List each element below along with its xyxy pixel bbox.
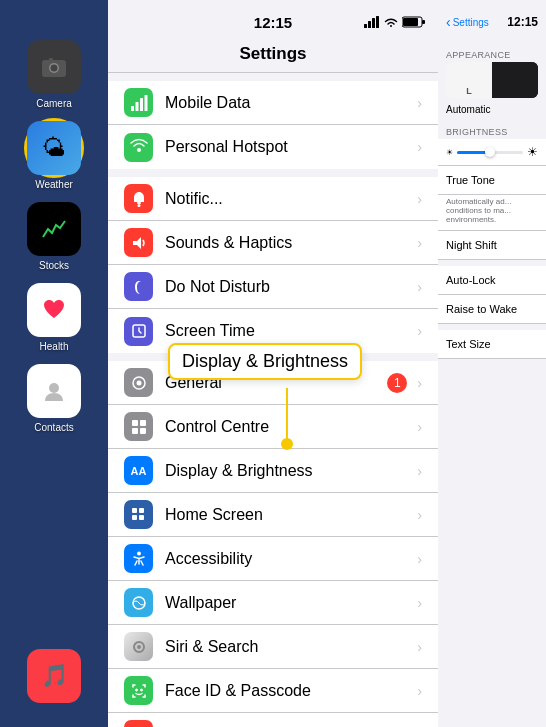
- contacts-app[interactable]: Contacts: [27, 364, 81, 445]
- notifications-icon: [124, 184, 153, 213]
- svg-point-36: [140, 689, 142, 691]
- wallpaper-item[interactable]: Wallpaper ›: [108, 581, 438, 625]
- light-mode-preview: L: [446, 62, 492, 98]
- mobile-data-icon: [124, 88, 153, 117]
- signal-icon: [364, 16, 380, 28]
- home-screen-chevron: ›: [417, 507, 422, 523]
- home-screen-item[interactable]: Home Screen ›: [108, 493, 438, 537]
- night-shift-row[interactable]: Night Shift: [438, 231, 546, 260]
- svg-rect-25: [132, 428, 138, 434]
- true-tone-row[interactable]: True Tone: [438, 166, 546, 195]
- display-panel: ‹ Settings 12:15 APPEARANCE L Automatic …: [438, 0, 546, 727]
- faceid-item[interactable]: Face ID & Passcode ›: [108, 669, 438, 713]
- svg-rect-28: [139, 508, 144, 513]
- svg-point-22: [136, 380, 141, 385]
- svg-rect-15: [144, 95, 147, 111]
- settings-title: Settings: [124, 44, 422, 64]
- svg-rect-23: [132, 420, 138, 426]
- contacts-label: Contacts: [34, 422, 73, 433]
- sounds-label: Sounds & Haptics: [165, 234, 413, 252]
- display-brightness-item[interactable]: AA Display & Brightness ›: [108, 449, 438, 493]
- faceid-icon: [124, 676, 153, 705]
- svg-rect-3: [49, 58, 53, 61]
- mobile-data-label: Mobile Data: [165, 94, 413, 112]
- health-app[interactable]: Health: [27, 283, 81, 364]
- general-chevron: ›: [417, 375, 422, 391]
- notifications-chevron: ›: [417, 191, 422, 207]
- svg-rect-6: [368, 21, 371, 28]
- weather-label: Weather: [35, 179, 73, 190]
- svg-point-2: [51, 65, 58, 72]
- svg-point-18: [137, 204, 140, 207]
- wallpaper-chevron: ›: [417, 595, 422, 611]
- svg-point-16: [137, 148, 141, 152]
- camera-app[interactable]: Camera: [27, 40, 81, 121]
- screen-time-label: Screen Time: [165, 322, 413, 340]
- faceid-label: Face ID & Passcode: [165, 682, 413, 700]
- screen-time-chevron: ›: [417, 323, 422, 339]
- weather-app[interactable]: 🌤 Weather: [27, 121, 81, 202]
- back-button[interactable]: ‹ Settings: [446, 14, 489, 30]
- dark-mode-preview: [492, 62, 538, 98]
- status-icons: [364, 16, 426, 28]
- settings-list[interactable]: Mobile Data › Personal Hotspot ›: [108, 73, 438, 727]
- wallpaper-label: Wallpaper: [165, 594, 413, 612]
- dnd-icon: [124, 272, 153, 301]
- siri-search-item[interactable]: Siri & Search ›: [108, 625, 438, 669]
- faceid-chevron: ›: [417, 683, 422, 699]
- sounds-haptics-item[interactable]: Sounds & Haptics ›: [108, 221, 438, 265]
- personal-hotspot-item[interactable]: Personal Hotspot ›: [108, 125, 438, 169]
- music-app[interactable]: 🎵: [27, 649, 81, 707]
- sounds-chevron: ›: [417, 235, 422, 251]
- display-content: APPEARANCE L Automatic BRIGHTNESS ☀ ☀ Tr…: [438, 44, 546, 727]
- svg-rect-26: [140, 428, 146, 434]
- camera-label: Camera: [36, 98, 72, 109]
- raise-to-wake-row[interactable]: Raise to Wake: [438, 295, 546, 324]
- svg-rect-27: [132, 508, 137, 513]
- appearance-header: APPEARANCE: [438, 44, 546, 62]
- svg-rect-7: [372, 18, 375, 28]
- appearance-preview: L: [446, 62, 538, 98]
- svg-point-34: [137, 645, 141, 649]
- settings-time: 12:15: [254, 14, 292, 31]
- true-tone-sublabel: Automatically ad... conditions to ma... …: [438, 195, 546, 231]
- settings-group-3: Display & Brightness General 1 ›: [108, 353, 438, 727]
- notifications-label: Notific...: [165, 190, 413, 208]
- mobile-data-item[interactable]: Mobile Data ›: [108, 81, 438, 125]
- display-brightness-chevron: ›: [417, 463, 422, 479]
- control-centre-icon: [124, 412, 153, 441]
- stocks-app[interactable]: Stocks: [27, 202, 81, 283]
- auto-lock-row[interactable]: Auto-Lock: [438, 266, 546, 295]
- display-time: 12:15: [507, 15, 538, 29]
- stocks-label: Stocks: [39, 260, 69, 271]
- settings-group-1: Mobile Data › Personal Hotspot ›: [108, 73, 438, 169]
- brightness-low-icon: ☀: [446, 148, 453, 157]
- settings-panel: 12:15 Settings: [108, 0, 438, 727]
- battery-icon: [402, 16, 426, 28]
- brightness-row[interactable]: ☀ ☀: [438, 139, 546, 166]
- control-centre-item[interactable]: Control Centre ›: [108, 405, 438, 449]
- notifications-item[interactable]: Notific... ›: [108, 177, 438, 221]
- wallpaper-icon: [124, 588, 153, 617]
- mobile-data-chevron: ›: [417, 95, 422, 111]
- emergency-sos-item[interactable]: SOS Emergency SOS ›: [108, 713, 438, 727]
- do-not-disturb-item[interactable]: Do Not Disturb ›: [108, 265, 438, 309]
- svg-rect-13: [135, 102, 138, 111]
- text-size-row[interactable]: Text Size: [438, 330, 546, 359]
- svg-rect-12: [131, 106, 134, 111]
- display-brightness-label: Display & Brightness: [165, 462, 413, 480]
- siri-icon: [124, 632, 153, 661]
- brightness-header: BRIGHTNESS: [438, 121, 546, 139]
- dnd-chevron: ›: [417, 279, 422, 295]
- settings-group-2: Notific... › Sounds & Haptics ›: [108, 169, 438, 353]
- accessibility-icon: [124, 544, 153, 573]
- wifi-icon: [384, 16, 398, 28]
- general-badge: 1: [387, 373, 407, 393]
- settings-nav-bar: Settings: [108, 44, 438, 73]
- svg-marker-19: [133, 237, 141, 249]
- hotspot-label: Personal Hotspot: [165, 138, 413, 156]
- display-status-bar: ‹ Settings 12:15: [438, 0, 546, 44]
- accessibility-item[interactable]: Accessibility ›: [108, 537, 438, 581]
- brightness-slider[interactable]: [457, 151, 523, 154]
- svg-rect-14: [140, 98, 143, 111]
